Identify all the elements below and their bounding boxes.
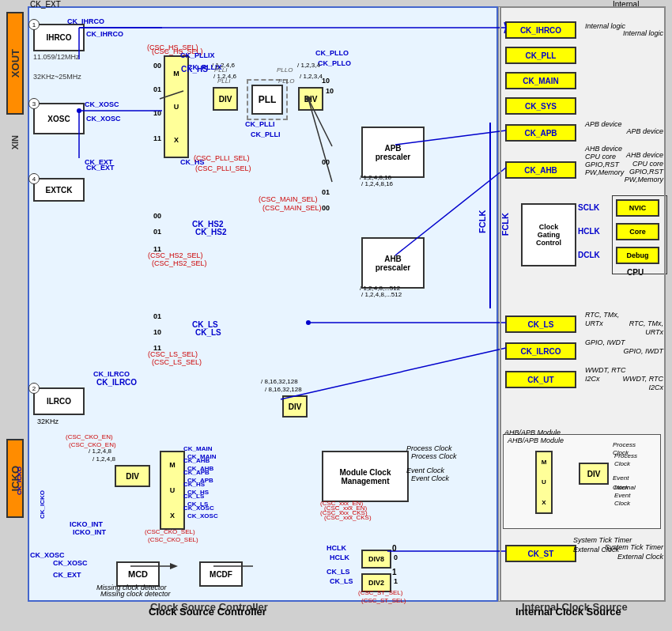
ck-pll-box: CK_PLL: [505, 47, 576, 64]
module-clock-box: Module ClockManagement: [322, 451, 409, 502]
ck-sys-box: CK_SYS: [505, 97, 576, 115]
ck-main-box: CK_MAIN: [505, 72, 576, 89]
extck-box: 4 EXTCK: [33, 178, 85, 202]
xin-label: XIN: [6, 130, 24, 154]
num-circle-4: 4: [28, 173, 40, 184]
div-ahb-apb-box: DIV: [579, 463, 609, 485]
event-clock-label: Event Clock: [411, 474, 449, 482]
ck-hs2-label: CK_HS2: [195, 228, 226, 236]
xosc-freq: 32KHz~25MHz: [33, 73, 81, 81]
div-ilrco-box: DIV: [282, 395, 308, 418]
ck-ls-box: CK_LS: [505, 316, 576, 333]
ilrco-freq: 32KHz: [37, 418, 59, 425]
div-icko-box: DIV: [115, 465, 150, 487]
csc-title-bottom: Clock Source Controller: [149, 606, 266, 618]
num-circle-1: 1: [28, 19, 40, 30]
mcdf-box: MCDF: [199, 561, 243, 587]
ck-apb-box: CK_APB: [505, 124, 576, 142]
ck-plli-label: CK_PLLI: [251, 130, 281, 138]
mux-icko: MUX: [160, 451, 185, 530]
ck-ls-label-main: CK_LS: [195, 328, 221, 337]
xosc-box: 3 XOSC: [33, 103, 85, 134]
ck-ilrco-box: CK_ILRCO: [505, 342, 576, 360]
ahb-apb-module-border: AHB/APB Module MUX DIV Process Clock Int…: [503, 434, 661, 529]
ck-pllo-label: CK_PLLO: [318, 59, 351, 67]
ck-ilrco-main: CK_ILRCO: [96, 378, 137, 387]
apb-prescaler-box: APBprescaler: [361, 127, 425, 178]
ihrco-freq: 11.059/12MHz: [33, 53, 80, 61]
clock-gating-box: ClockGatingControl: [521, 203, 576, 266]
num-circle-3: 3: [28, 98, 40, 109]
mux-ahb-apb: MUX: [535, 451, 553, 514]
ck-ut-box: CK_UT: [505, 371, 576, 388]
ck-ihrco-box: CK_IHRCO: [505, 21, 576, 39]
div-plli-box: DIV: [213, 87, 238, 111]
csc-main-sel: (CSC_MAIN_SEL): [262, 204, 322, 212]
num-circle-2: 2: [28, 383, 40, 394]
csc-hs2-sel: (CSC_HS2_SEL): [152, 259, 207, 267]
csc-ls-sel: (CSC_LS_SEL): [152, 358, 202, 366]
ilrco-box: 2 ILRCO: [33, 387, 85, 415]
process-clock-label: Process Clock: [411, 452, 457, 460]
ck-st-box: CK_ST: [505, 545, 576, 562]
div8-box: DIV8: [361, 550, 391, 569]
ics-title-bottom: Internal Clock Source: [515, 606, 621, 618]
right-panel: Internal logic CK_IHRCO CK_PLL CK_MAIN C…: [498, 6, 666, 602]
xout-text: XOUT: [9, 49, 21, 77]
fclk-label: FCLK: [500, 213, 510, 236]
pll-box: PLL: [247, 79, 288, 120]
ahb-prescaler-box: AHBprescaler: [361, 237, 425, 289]
clock-source-controller-box: 1 IHRCO 11.059/12MHz 3 XOSC 32KHz~25MHz …: [28, 6, 498, 602]
ihrco-box: 1 IHRCO: [33, 24, 85, 51]
xout-label: XOUT: [6, 12, 24, 115]
div-pllo-box: DIV: [298, 87, 323, 111]
ck-ahb-box: CK_AHB: [505, 161, 576, 179]
